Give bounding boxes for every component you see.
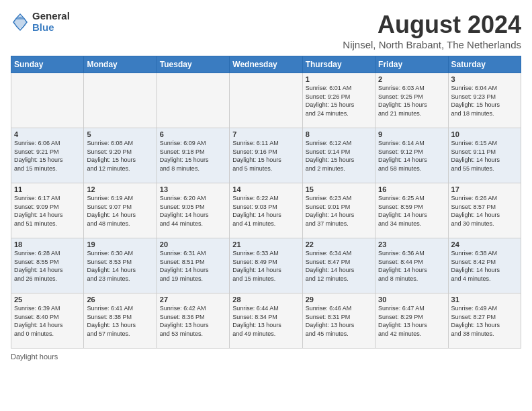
day-detail: Sunrise: 6:15 AM Sunset: 9:11 PM Dayligh… bbox=[451, 139, 518, 173]
day-detail: Sunrise: 6:36 AM Sunset: 8:44 PM Dayligh… bbox=[378, 249, 445, 283]
day-number: 11 bbox=[14, 185, 81, 193]
day-detail: Sunrise: 6:44 AM Sunset: 8:34 PM Dayligh… bbox=[232, 304, 299, 338]
day-number: 17 bbox=[451, 185, 518, 193]
day-number: 12 bbox=[87, 185, 153, 193]
calendar-cell: 7Sunrise: 6:11 AM Sunset: 9:16 PM Daylig… bbox=[230, 128, 302, 183]
day-number: 16 bbox=[378, 185, 445, 193]
calendar-cell: 13Sunrise: 6:20 AM Sunset: 9:05 PM Dayli… bbox=[157, 183, 229, 238]
calendar-cell: 1Sunrise: 6:01 AM Sunset: 9:26 PM Daylig… bbox=[302, 73, 375, 128]
day-number: 25 bbox=[14, 295, 81, 304]
day-header-friday: Friday bbox=[375, 56, 448, 73]
calendar-cell: 28Sunrise: 6:44 AM Sunset: 8:34 PM Dayli… bbox=[230, 293, 302, 349]
calendar-cell: 20Sunrise: 6:31 AM Sunset: 8:51 PM Dayli… bbox=[157, 238, 229, 293]
day-detail: Sunrise: 6:31 AM Sunset: 8:51 PM Dayligh… bbox=[160, 249, 226, 283]
calendar-cell: 31Sunrise: 6:49 AM Sunset: 8:27 PM Dayli… bbox=[448, 293, 521, 349]
day-number: 13 bbox=[160, 185, 226, 193]
calendar-table: SundayMondayTuesdayWednesdayThursdayFrid… bbox=[11, 56, 521, 349]
calendar-cell: 6Sunrise: 6:09 AM Sunset: 9:18 PM Daylig… bbox=[157, 128, 229, 183]
day-number: 9 bbox=[378, 130, 445, 138]
logo-blue: Blue bbox=[32, 22, 70, 34]
calendar-cell: 24Sunrise: 6:38 AM Sunset: 8:42 PM Dayli… bbox=[448, 238, 521, 293]
day-number: 14 bbox=[232, 185, 299, 193]
day-detail: Sunrise: 6:06 AM Sunset: 9:21 PM Dayligh… bbox=[14, 139, 81, 173]
calendar-cell: 27Sunrise: 6:42 AM Sunset: 8:36 PM Dayli… bbox=[157, 293, 229, 349]
day-detail: Sunrise: 6:03 AM Sunset: 9:25 PM Dayligh… bbox=[378, 84, 445, 118]
day-detail: Sunrise: 6:08 AM Sunset: 9:20 PM Dayligh… bbox=[87, 139, 153, 173]
day-number: 2 bbox=[378, 75, 445, 83]
day-detail: Sunrise: 6:12 AM Sunset: 9:14 PM Dayligh… bbox=[306, 139, 372, 173]
day-detail: Sunrise: 6:25 AM Sunset: 8:59 PM Dayligh… bbox=[378, 194, 445, 228]
calendar-cell: 16Sunrise: 6:25 AM Sunset: 8:59 PM Dayli… bbox=[375, 183, 448, 238]
calendar-week-5: 25Sunrise: 6:39 AM Sunset: 8:40 PM Dayli… bbox=[11, 293, 521, 349]
calendar-cell: 23Sunrise: 6:36 AM Sunset: 8:44 PM Dayli… bbox=[375, 238, 448, 293]
day-number: 3 bbox=[451, 75, 518, 83]
day-detail: Sunrise: 6:19 AM Sunset: 9:07 PM Dayligh… bbox=[87, 194, 153, 228]
day-number: 21 bbox=[232, 240, 299, 248]
day-number: 29 bbox=[306, 295, 372, 304]
day-number: 30 bbox=[378, 295, 445, 304]
calendar-cell: 29Sunrise: 6:46 AM Sunset: 8:31 PM Dayli… bbox=[302, 293, 375, 349]
calendar-cell: 17Sunrise: 6:26 AM Sunset: 8:57 PM Dayli… bbox=[448, 183, 521, 238]
day-detail: Sunrise: 6:14 AM Sunset: 9:12 PM Dayligh… bbox=[378, 139, 445, 173]
calendar-cell: 18Sunrise: 6:28 AM Sunset: 8:55 PM Dayli… bbox=[11, 238, 84, 293]
day-detail: Sunrise: 6:30 AM Sunset: 8:53 PM Dayligh… bbox=[87, 249, 153, 283]
calendar-cell bbox=[11, 73, 84, 128]
day-number: 28 bbox=[232, 295, 299, 304]
day-number: 4 bbox=[14, 130, 81, 138]
day-number: 19 bbox=[87, 240, 153, 248]
calendar-cell: 15Sunrise: 6:23 AM Sunset: 9:01 PM Dayli… bbox=[302, 183, 375, 238]
day-detail: Sunrise: 6:20 AM Sunset: 9:05 PM Dayligh… bbox=[160, 194, 226, 228]
day-detail: Sunrise: 6:26 AM Sunset: 8:57 PM Dayligh… bbox=[451, 194, 518, 228]
calendar-week-1: 1Sunrise: 6:01 AM Sunset: 9:26 PM Daylig… bbox=[11, 73, 521, 128]
month-title: August 2024 bbox=[343, 11, 521, 39]
day-detail: Sunrise: 6:42 AM Sunset: 8:36 PM Dayligh… bbox=[160, 304, 226, 338]
day-detail: Sunrise: 6:38 AM Sunset: 8:42 PM Dayligh… bbox=[451, 249, 518, 283]
day-detail: Sunrise: 6:33 AM Sunset: 8:49 PM Dayligh… bbox=[232, 249, 299, 283]
day-detail: Sunrise: 6:04 AM Sunset: 9:23 PM Dayligh… bbox=[451, 84, 518, 118]
calendar-cell: 5Sunrise: 6:08 AM Sunset: 9:20 PM Daylig… bbox=[84, 128, 157, 183]
calendar-header: SundayMondayTuesdayWednesdayThursdayFrid… bbox=[11, 56, 521, 73]
day-detail: Sunrise: 6:49 AM Sunset: 8:27 PM Dayligh… bbox=[451, 304, 518, 338]
day-number: 20 bbox=[160, 240, 226, 248]
calendar-week-2: 4Sunrise: 6:06 AM Sunset: 9:21 PM Daylig… bbox=[11, 128, 521, 183]
page-header: General Blue August 2024 Nijnsel, North … bbox=[11, 11, 521, 50]
calendar-cell: 9Sunrise: 6:14 AM Sunset: 9:12 PM Daylig… bbox=[375, 128, 448, 183]
day-header-saturday: Saturday bbox=[448, 56, 521, 73]
day-detail: Sunrise: 6:22 AM Sunset: 9:03 PM Dayligh… bbox=[232, 194, 299, 228]
day-detail: Sunrise: 6:34 AM Sunset: 8:47 PM Dayligh… bbox=[306, 249, 372, 283]
day-header-tuesday: Tuesday bbox=[157, 56, 229, 73]
day-detail: Sunrise: 6:23 AM Sunset: 9:01 PM Dayligh… bbox=[306, 194, 372, 228]
day-number: 24 bbox=[451, 240, 518, 248]
day-detail: Sunrise: 6:47 AM Sunset: 8:29 PM Dayligh… bbox=[378, 304, 445, 338]
day-header-monday: Monday bbox=[84, 56, 157, 73]
footer: Daylight hours bbox=[11, 353, 521, 361]
calendar-week-3: 11Sunrise: 6:17 AM Sunset: 9:09 PM Dayli… bbox=[11, 183, 521, 238]
logo-text: General Blue bbox=[32, 11, 70, 33]
calendar-cell bbox=[157, 73, 229, 128]
day-header-thursday: Thursday bbox=[302, 56, 375, 73]
calendar-cell: 22Sunrise: 6:34 AM Sunset: 8:47 PM Dayli… bbox=[302, 238, 375, 293]
calendar-cell: 10Sunrise: 6:15 AM Sunset: 9:11 PM Dayli… bbox=[448, 128, 521, 183]
day-number: 22 bbox=[306, 240, 372, 248]
calendar-cell: 14Sunrise: 6:22 AM Sunset: 9:03 PM Dayli… bbox=[230, 183, 302, 238]
title-block: August 2024 Nijnsel, North Brabant, The … bbox=[343, 11, 521, 50]
day-number: 8 bbox=[306, 130, 372, 138]
calendar-body: 1Sunrise: 6:01 AM Sunset: 9:26 PM Daylig… bbox=[11, 73, 521, 349]
calendar-cell bbox=[84, 73, 157, 128]
day-detail: Sunrise: 6:41 AM Sunset: 8:38 PM Dayligh… bbox=[87, 304, 153, 338]
footer-text: Daylight hours bbox=[11, 353, 58, 361]
day-detail: Sunrise: 6:01 AM Sunset: 9:26 PM Dayligh… bbox=[306, 84, 372, 118]
day-detail: Sunrise: 6:11 AM Sunset: 9:16 PM Dayligh… bbox=[232, 139, 299, 173]
day-detail: Sunrise: 6:46 AM Sunset: 8:31 PM Dayligh… bbox=[306, 304, 372, 338]
calendar-cell: 4Sunrise: 6:06 AM Sunset: 9:21 PM Daylig… bbox=[11, 128, 84, 183]
calendar-cell: 2Sunrise: 6:03 AM Sunset: 9:25 PM Daylig… bbox=[375, 73, 448, 128]
day-header-wednesday: Wednesday bbox=[230, 56, 302, 73]
logo: General Blue bbox=[11, 11, 70, 33]
day-number: 27 bbox=[160, 295, 226, 304]
subtitle: Nijnsel, North Brabant, The Netherlands bbox=[343, 39, 521, 50]
calendar-cell: 26Sunrise: 6:41 AM Sunset: 8:38 PM Dayli… bbox=[84, 293, 157, 349]
day-number: 10 bbox=[451, 130, 518, 138]
calendar-cell: 25Sunrise: 6:39 AM Sunset: 8:40 PM Dayli… bbox=[11, 293, 84, 349]
logo-icon bbox=[11, 13, 30, 32]
calendar-week-4: 18Sunrise: 6:28 AM Sunset: 8:55 PM Dayli… bbox=[11, 238, 521, 293]
